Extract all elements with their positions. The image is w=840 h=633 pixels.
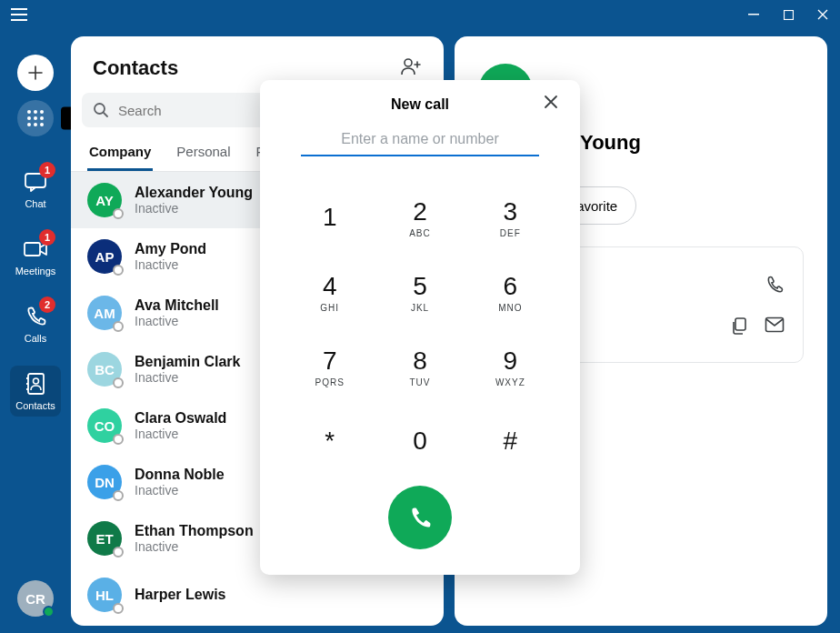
presence-indicator <box>113 208 124 219</box>
svg-rect-1 <box>784 10 793 19</box>
key-9[interactable]: 9WXYZ <box>469 333 552 400</box>
key-digit: 6 <box>504 272 518 301</box>
avatar: AY <box>87 183 122 217</box>
avatar: ET <box>87 521 122 556</box>
key-1[interactable]: 1 <box>288 184 371 251</box>
key-digit: 2 <box>413 197 427 226</box>
close-icon <box>544 95 558 109</box>
key-2[interactable]: 2ABC <box>378 184 461 251</box>
key-8[interactable]: 8TUV <box>378 333 461 400</box>
add-contact-button[interactable] <box>400 57 422 79</box>
key-digit: 3 <box>504 197 518 226</box>
key-letters: PQRS <box>315 377 344 387</box>
avatar: BC <box>87 352 122 387</box>
presence-indicator <box>113 377 124 388</box>
key-letters: MNO <box>498 303 522 313</box>
key-4[interactable]: 4GHI <box>288 258 371 326</box>
contact-status: Inactive <box>135 539 254 554</box>
dialog-title: New call <box>391 96 449 113</box>
dialog-close-button[interactable] <box>544 95 558 114</box>
presence-indicator <box>113 434 124 445</box>
key-digit: * <box>325 427 335 456</box>
avatar: DN <box>87 465 122 499</box>
nav-label: Calls <box>25 333 46 344</box>
add-person-icon <box>400 57 422 75</box>
minimize-button[interactable] <box>747 8 760 21</box>
svg-point-7 <box>95 104 105 114</box>
presence-indicator <box>113 603 124 614</box>
nav-label: Meetings <box>15 266 56 276</box>
contact-name: Ava Mitchell <box>135 297 219 314</box>
mail-icon[interactable] <box>765 316 785 333</box>
badge: 1 <box>39 229 55 246</box>
key-5[interactable]: 5JKL <box>378 258 461 326</box>
avatar: CO <box>87 408 122 443</box>
new-call-dialog: New call 12ABC3DEF4GHI5JKL6MNO7PQRS8TUV9… <box>260 80 580 575</box>
svg-point-5 <box>34 378 39 384</box>
key-letters: DEF <box>500 228 521 238</box>
presence-indicator <box>113 547 124 558</box>
keypad: 12ABC3DEF4GHI5JKL6MNO7PQRS8TUV9WXYZ*0# <box>288 184 552 475</box>
presence-indicator <box>113 321 124 332</box>
key-0[interactable]: 0 <box>378 407 461 475</box>
contact-status: Inactive <box>135 257 206 272</box>
contact-name: Clara Oswald <box>135 410 226 427</box>
nav-item-chat[interactable]: Chat1 <box>10 164 61 215</box>
avatar: AM <box>87 296 122 330</box>
key-letters: ABC <box>409 228 431 238</box>
svg-rect-0 <box>748 14 759 15</box>
key-7[interactable]: 7PQRS <box>288 333 371 400</box>
nav-label: Contacts <box>15 400 55 411</box>
avatar: HL <box>87 578 122 612</box>
copy-icon[interactable] <box>730 316 748 335</box>
dialpad-button[interactable]: Dialpad <box>17 100 54 136</box>
key-digit: 9 <box>504 347 518 376</box>
key-letters: JKL <box>411 303 429 313</box>
svg-rect-3 <box>25 243 40 256</box>
nav-item-calls[interactable]: Calls2 <box>10 298 61 349</box>
dialpad-icon <box>27 110 44 126</box>
contact-status: Inactive <box>135 201 253 216</box>
contact-name: Benjamin Clark <box>135 354 240 370</box>
tab-company[interactable]: Company <box>87 138 153 171</box>
contact-status: Inactive <box>135 314 219 328</box>
contact-status: Inactive <box>135 427 226 441</box>
contact-name: Amy Pond <box>135 241 206 257</box>
key-digit: 5 <box>413 272 427 301</box>
contact-name: Harper Lewis <box>135 587 225 603</box>
key-*[interactable]: * <box>288 407 371 475</box>
tab-personal[interactable]: Personal <box>175 138 232 171</box>
key-#[interactable]: # <box>469 407 552 475</box>
avatar: AP <box>87 239 122 274</box>
phone-outline-icon[interactable] <box>765 275 785 295</box>
svg-point-6 <box>405 59 412 66</box>
presence-indicator <box>113 265 124 276</box>
phone-icon <box>407 505 433 530</box>
new-button[interactable] <box>17 55 54 91</box>
key-digit: 1 <box>323 203 337 232</box>
key-6[interactable]: 6MNO <box>469 258 552 326</box>
contacts-icon <box>23 371 48 397</box>
badge: 2 <box>39 296 55 313</box>
close-button[interactable] <box>816 8 829 21</box>
dial-call-button[interactable] <box>388 486 452 549</box>
user-avatar[interactable]: CR <box>17 580 54 617</box>
badge: 1 <box>39 162 55 178</box>
presence-indicator <box>113 490 124 501</box>
sidebar: Dialpad Chat1Meetings1Calls2Contacts <box>0 29 71 633</box>
key-3[interactable]: 3DEF <box>469 184 552 251</box>
hamburger-menu[interactable] <box>11 8 27 21</box>
key-digit: 0 <box>413 427 427 456</box>
user-initials: CR <box>25 591 45 607</box>
dial-input[interactable] <box>301 124 539 156</box>
maximize-button[interactable] <box>782 8 795 21</box>
contact-name: Alexander Young <box>135 185 253 201</box>
nav-item-meetings[interactable]: Meetings1 <box>10 231 61 282</box>
key-letters: TUV <box>409 377 430 387</box>
contact-name: Ethan Thompson <box>135 523 254 539</box>
window-controls <box>747 8 829 21</box>
contact-name: Donna Noble <box>135 467 225 483</box>
contact-row[interactable]: HLHarper Lewis <box>71 567 444 623</box>
key-letters: GHI <box>320 303 339 313</box>
nav-item-contacts[interactable]: Contacts <box>10 366 61 417</box>
